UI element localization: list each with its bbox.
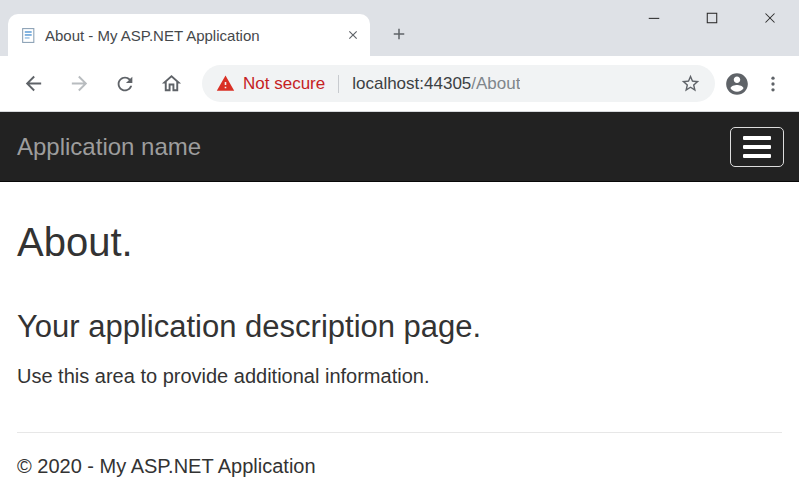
hamburger-bar — [743, 136, 771, 140]
page-content: About. Your application description page… — [0, 220, 799, 478]
forward-icon[interactable] — [60, 65, 98, 103]
bookmark-star-icon[interactable] — [675, 69, 705, 99]
profile-avatar-icon[interactable] — [719, 66, 755, 102]
navbar-toggle-button[interactable] — [730, 127, 784, 167]
hamburger-bar — [743, 145, 771, 149]
security-label: Not secure — [243, 74, 325, 94]
page-description: Use this area to provide additional info… — [17, 365, 782, 388]
browser-tab[interactable]: About - My ASP.NET Application — [8, 14, 370, 56]
window-maximize-button[interactable] — [683, 0, 741, 36]
footer-divider — [17, 432, 782, 433]
browser-menu-icon[interactable] — [755, 66, 791, 102]
tab-close-icon[interactable] — [344, 26, 362, 44]
url-host: localhost:44305 — [352, 74, 471, 93]
reload-icon[interactable] — [106, 65, 144, 103]
url-path: /About — [471, 74, 520, 93]
browser-window: About - My ASP.NET Application — [0, 0, 799, 478]
security-chip[interactable]: Not secure — [216, 74, 325, 94]
window-close-button[interactable] — [741, 0, 799, 36]
site-navbar: Application name — [0, 112, 799, 182]
page-viewport: Application name About. Your application… — [0, 112, 799, 478]
navbar-brand-link[interactable]: Application name — [17, 133, 201, 161]
home-icon[interactable] — [152, 65, 190, 103]
tab-strip: About - My ASP.NET Application — [0, 0, 799, 56]
new-tab-button[interactable] — [384, 19, 414, 49]
window-controls — [625, 0, 799, 36]
url-text: localhost:44305/About — [352, 74, 520, 94]
tab-title: About - My ASP.NET Application — [45, 27, 336, 44]
warning-icon — [216, 74, 235, 93]
hamburger-bar — [743, 154, 771, 158]
address-bar[interactable]: Not secure localhost:44305/About — [202, 65, 715, 102]
page-subtitle: Your application description page. — [17, 309, 782, 345]
page-title: About. — [17, 220, 782, 265]
page-favicon-icon — [20, 27, 37, 44]
window-minimize-button[interactable] — [625, 0, 683, 36]
browser-toolbar: Not secure localhost:44305/About — [0, 56, 799, 112]
chip-separator — [338, 75, 339, 93]
back-icon[interactable] — [14, 65, 52, 103]
footer-copyright: © 2020 - My ASP.NET Application — [17, 455, 782, 478]
